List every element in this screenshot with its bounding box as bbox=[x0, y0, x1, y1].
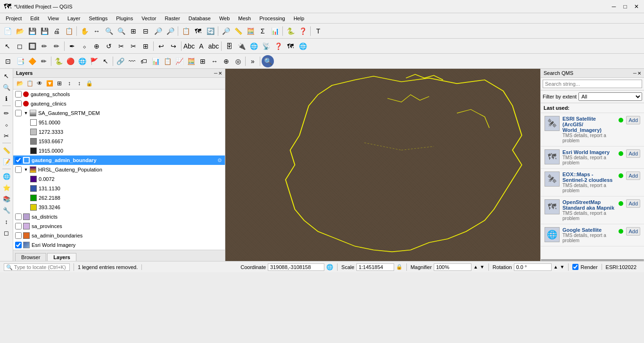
rotation-up-btn[interactable]: ▲ bbox=[553, 264, 558, 270]
zoom-full-button[interactable]: ⊞ bbox=[128, 25, 139, 37]
plugin2-btn[interactable]: 🔴 bbox=[65, 56, 76, 67]
render-checkbox[interactable] bbox=[572, 264, 578, 270]
measure-vtb[interactable]: 📏 bbox=[1, 145, 12, 155]
layer-item[interactable]: Esri World Imagery bbox=[13, 240, 225, 250]
qms-add-button[interactable]: Add bbox=[626, 116, 640, 124]
qms-close-btn[interactable]: ✕ bbox=[637, 71, 641, 76]
edit-button[interactable]: ✏ bbox=[39, 41, 50, 52]
filter-vtb[interactable]: 🔧 bbox=[1, 205, 12, 215]
layer-item[interactable]: sa_provinces bbox=[13, 221, 225, 231]
qms-item[interactable]: 🛰 EOX::Maps - Sentinel-2 cloudless TMS d… bbox=[541, 169, 644, 196]
zoom-last-button[interactable]: 🔎 bbox=[165, 25, 176, 37]
qms-minimize-btn[interactable]: ─ bbox=[633, 71, 636, 76]
table-btn[interactable]: 📊 bbox=[150, 56, 161, 67]
layer-checkbox[interactable] bbox=[15, 213, 22, 220]
menu-item-layer[interactable]: Layer bbox=[64, 15, 84, 22]
zoom-in-button[interactable]: 🔍 bbox=[103, 25, 115, 37]
qms-add-button[interactable]: Add bbox=[626, 199, 640, 208]
move-button[interactable]: ⊕ bbox=[91, 41, 102, 52]
menu-item-raster[interactable]: Raster bbox=[161, 15, 183, 22]
split-vtb[interactable]: ✂ bbox=[1, 131, 12, 141]
flag-btn[interactable]: 🚩 bbox=[88, 56, 99, 67]
details-link[interactable]: details bbox=[574, 211, 587, 216]
label2-btn[interactable]: A bbox=[196, 41, 207, 52]
python2-btn[interactable]: 🐍 bbox=[53, 56, 64, 67]
node-button[interactable]: ⬦ bbox=[79, 41, 90, 52]
layer-checkbox[interactable] bbox=[15, 166, 22, 173]
toc-button[interactable]: 📋 bbox=[180, 25, 191, 37]
redo-button[interactable]: ↪ bbox=[168, 41, 179, 52]
details-link[interactable]: details bbox=[574, 233, 587, 238]
pan2-button[interactable]: ↔ bbox=[91, 25, 102, 37]
menu-item-view[interactable]: View bbox=[44, 15, 63, 22]
merge-button[interactable]: ⊞ bbox=[140, 41, 151, 52]
info-vtb[interactable]: ℹ bbox=[1, 93, 12, 104]
menu-item-plugins[interactable]: Plugins bbox=[112, 15, 137, 22]
expand-all-btn[interactable]: ↕ bbox=[65, 79, 74, 88]
expand-arrow[interactable]: ▼ bbox=[23, 110, 29, 116]
text-button[interactable]: T bbox=[313, 25, 324, 37]
details-link[interactable]: details bbox=[574, 155, 587, 160]
filter-layer-btn[interactable]: 🔽 bbox=[45, 79, 54, 88]
qms-add-button[interactable]: Add bbox=[626, 149, 640, 158]
qms-add-button[interactable]: Add bbox=[626, 227, 640, 236]
layer-item[interactable]: ▼ HRSL_Gauteng_Population bbox=[13, 165, 225, 174]
menu-item-vector[interactable]: Vector bbox=[138, 15, 160, 22]
layer-item[interactable]: ▼ SA_Gauteng_SRTM_DEM bbox=[13, 108, 225, 118]
label-btn[interactable]: Abc bbox=[183, 41, 195, 52]
collapse-all-btn[interactable]: ↕ bbox=[74, 79, 84, 88]
form-btn[interactable]: 📋 bbox=[162, 56, 173, 67]
calc2-btn[interactable]: 🧮 bbox=[185, 56, 197, 67]
trace-btn[interactable]: 〰 bbox=[126, 56, 138, 67]
arrows-vtb[interactable]: ↕ bbox=[1, 216, 12, 227]
temp-btn[interactable]: 🔶 bbox=[26, 56, 38, 67]
qms-item[interactable]: 🗺 Esri World Imagery TMS details, report… bbox=[541, 147, 644, 169]
coordinate-input[interactable] bbox=[268, 263, 324, 271]
save-as-button[interactable]: 💾 bbox=[39, 25, 50, 37]
qms-add-button[interactable]: Add bbox=[626, 172, 640, 180]
menu-item-mesh[interactable]: Mesh bbox=[234, 15, 255, 22]
stats-button[interactable]: 📊 bbox=[269, 25, 281, 37]
add-layer-btn[interactable]: 📂 bbox=[15, 79, 25, 88]
undo-button[interactable]: ↩ bbox=[156, 41, 167, 52]
layer-checkbox[interactable] bbox=[15, 242, 22, 248]
select2-button[interactable]: ◻ bbox=[14, 41, 25, 52]
calc-button[interactable]: 🧮 bbox=[245, 25, 256, 37]
edit2-button[interactable]: ✏ bbox=[51, 41, 62, 52]
close-button[interactable]: ✕ bbox=[633, 3, 640, 10]
details-link[interactable]: details bbox=[574, 183, 587, 188]
layer-item[interactable]: gauteng_clinics bbox=[13, 99, 225, 108]
split-button[interactable]: ✂ bbox=[128, 41, 139, 52]
map-area[interactable] bbox=[225, 69, 540, 261]
map-tips-button[interactable]: 🗺 bbox=[285, 41, 296, 52]
help-button[interactable]: ❓ bbox=[297, 25, 308, 37]
remove-layer-btn[interactable]: 📋 bbox=[25, 79, 34, 88]
layer-item[interactable]: sa_admin_boundaries bbox=[13, 231, 225, 240]
more-btn[interactable]: » bbox=[247, 56, 258, 67]
star-vtb[interactable]: ⭐ bbox=[1, 182, 12, 193]
layer-checkbox[interactable] bbox=[15, 232, 22, 239]
save-button[interactable]: 💾 bbox=[26, 25, 38, 37]
layer-checkbox[interactable] bbox=[15, 110, 22, 116]
print-button[interactable]: 🖨 bbox=[51, 25, 62, 37]
globe2-btn[interactable]: 🌐 bbox=[76, 56, 88, 67]
layer-checkbox[interactable] bbox=[15, 100, 22, 107]
label3-btn[interactable]: abc bbox=[208, 41, 219, 52]
minimize-button[interactable]: ─ bbox=[610, 3, 618, 10]
magnifier-down-btn[interactable]: ▼ bbox=[480, 264, 485, 270]
expand-arrow[interactable]: ▼ bbox=[23, 167, 29, 172]
layer-checkbox[interactable] bbox=[15, 223, 22, 229]
filter-select[interactable]: All Current extent bbox=[578, 92, 642, 101]
node-vtb[interactable]: ⬦ bbox=[1, 119, 12, 130]
browser-tab[interactable]: Browser bbox=[15, 253, 46, 261]
plugin-button[interactable]: 🔌 bbox=[236, 41, 247, 52]
menu-item-edit[interactable]: Edit bbox=[26, 15, 43, 22]
select-vtb[interactable]: ↖ bbox=[1, 71, 12, 81]
filter2-btn[interactable]: ⊞ bbox=[55, 79, 64, 88]
qms-search-btn[interactable]: 🔍 bbox=[262, 55, 274, 67]
qms-item[interactable]: 🗺 OpenStreetMap Standard aka Mapnik TMS … bbox=[541, 196, 644, 224]
maximize-button[interactable]: □ bbox=[621, 3, 629, 10]
pan-button[interactable]: ✋ bbox=[79, 25, 90, 37]
digitize2-btn[interactable]: ✏ bbox=[38, 56, 50, 67]
qms-item[interactable]: 🌐 Google Satellite TMS details, report a… bbox=[541, 224, 644, 246]
